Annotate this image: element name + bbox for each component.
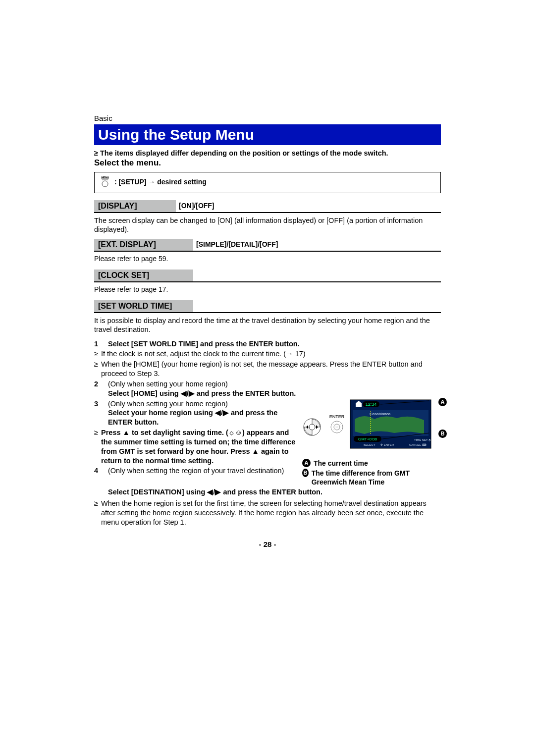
svg-text:MENU: MENU xyxy=(102,176,109,179)
enter-joystick-icon: ENTER xyxy=(302,408,348,440)
intro-note: ≥ The items displayed differ depending o… xyxy=(94,149,441,157)
display-desc: The screen display can be changed to [ON… xyxy=(94,216,441,234)
svg-text:CANCEL ⌨: CANCEL ⌨ xyxy=(409,443,427,446)
step2-note: (Only when setting your home region) xyxy=(108,380,228,388)
label-b-marker: B xyxy=(438,429,447,438)
legend: A The current time B The time difference… xyxy=(302,459,441,487)
menu-button-icon: MENU xyxy=(100,176,110,189)
clock-set-label: [CLOCK SET] xyxy=(94,270,193,281)
display-options: [ON]/[OFF] xyxy=(176,202,214,211)
section-label: Basic xyxy=(94,114,441,122)
clock-set-row: [CLOCK SET] xyxy=(94,270,441,282)
svg-text:SELECT: SELECT xyxy=(364,443,375,446)
step1-bullet2: When the [HOME] (your home region) is no… xyxy=(101,360,441,378)
svg-text:TIME SET ⬘: TIME SET ⬘ xyxy=(414,438,431,441)
ext-display-refer: Please refer to page 59. xyxy=(94,255,441,263)
select-menu-heading: Select the menu. xyxy=(94,158,441,168)
label-a-marker: A xyxy=(438,397,447,407)
world-time-label: [SET WORLD TIME] xyxy=(94,300,193,312)
step-num: 3 xyxy=(94,399,108,428)
menu-path-box: MENU : [SETUP] → desired setting xyxy=(94,172,441,193)
step3-bullet: Press ▲ to set daylight saving time. (☼☺… xyxy=(101,428,297,465)
step3-note: (Only when setting your home region) xyxy=(108,400,228,408)
step1-text: Select [SET WORLD TIME] and press the EN… xyxy=(108,339,441,349)
svg-text:GMT+0:00: GMT+0:00 xyxy=(358,437,377,441)
ext-display-label: [EXT. DISPLAY] xyxy=(94,239,193,251)
page-number: - 28 - xyxy=(94,540,441,548)
step1-bullet1: If the clock is not set, adjust the cloc… xyxy=(101,349,441,359)
ext-display-row: [EXT. DISPLAY] [SIMPLE]/[DETAIL]/[OFF] xyxy=(94,239,441,252)
svg-text:ENTER: ENTER xyxy=(329,414,345,419)
legend-a-text: The current time xyxy=(314,459,368,468)
legend-b-text: The time difference from GMT Greenwich M… xyxy=(312,469,441,486)
svg-text:Casablanca: Casablanca xyxy=(370,412,391,416)
world-time-desc: It is possible to display and record the… xyxy=(94,316,441,334)
step4-note: (Only when setting the region of your tr… xyxy=(108,467,284,475)
step-num: 1 xyxy=(94,339,108,349)
page-title: Using the Setup Menu xyxy=(94,124,441,145)
step-num: 2 xyxy=(94,379,108,398)
steps-list: 1 Select [SET WORLD TIME] and press the … xyxy=(94,339,441,527)
bullet-icon: ≥ xyxy=(94,499,101,527)
svg-text:✢ ENTER: ✢ ENTER xyxy=(380,443,394,446)
display-label: [DISPLAY] xyxy=(94,200,176,212)
svg-point-0 xyxy=(102,181,108,187)
legend-a-icon: A xyxy=(302,459,311,467)
display-row: [DISPLAY] [ON]/[OFF] xyxy=(94,200,441,213)
menu-path-text: : [SETUP] → desired setting xyxy=(114,178,207,186)
bullet-icon: ≥ xyxy=(94,428,101,465)
ext-display-options: [SIMPLE]/[DETAIL]/[OFF] xyxy=(193,240,278,249)
manual-page: Basic Using the Setup Menu ≥ The items d… xyxy=(0,0,535,578)
svg-text:12:34: 12:34 xyxy=(366,402,377,407)
legend-b-icon: B xyxy=(302,469,309,477)
step4-text: Select [DESTINATION] using ◀/▶ and press… xyxy=(108,487,441,497)
step2-text: Select [HOME] using ◀/▶ and press the EN… xyxy=(108,389,296,397)
bullet-icon: ≥ xyxy=(94,360,101,378)
camera-screen-icon: 12:34 Casablanca GMT+0:00 TIME SET ⬘ xyxy=(350,399,431,451)
step-num: 4 xyxy=(94,466,108,476)
final-bullet: When the home region is set for the firs… xyxy=(101,499,441,527)
step3-text: Select your home region using ◀/▶ and pr… xyxy=(108,409,277,426)
clock-set-refer: Please refer to page 17. xyxy=(94,285,441,293)
diagram: ENTER xyxy=(302,399,441,454)
world-time-row: [SET WORLD TIME] xyxy=(94,300,441,313)
bullet-icon: ≥ xyxy=(94,349,101,359)
